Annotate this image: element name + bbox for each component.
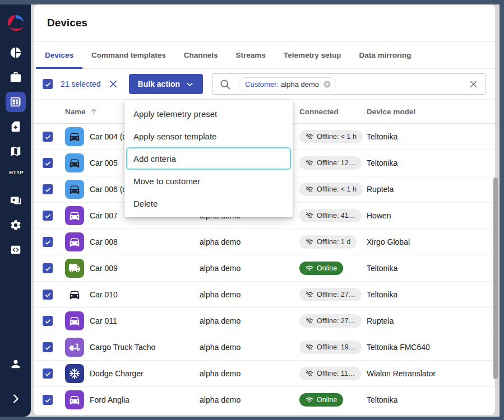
- device-type-icon: [65, 153, 84, 172]
- device-model: Teltonika FMC640: [367, 343, 495, 352]
- column-header-connected[interactable]: Connected: [299, 108, 367, 116]
- connection-status-label: Offline: 11…: [317, 370, 355, 377]
- menu-item-label: Move to customer: [133, 176, 200, 186]
- row-checkbox[interactable]: [43, 132, 53, 142]
- sidebar-item-account[interactable]: [6, 354, 26, 374]
- connection-status-label: Offline: 1 d: [317, 238, 350, 246]
- device-type-icon: [65, 311, 84, 330]
- sidebar-item[interactable]: [6, 67, 26, 87]
- tab-label: Data mirroring: [359, 51, 411, 59]
- sidebar-expand-button[interactable]: [6, 389, 26, 409]
- tab[interactable]: Channels: [175, 42, 227, 68]
- devices-panel: Devices Devices Command templates Channe…: [34, 4, 495, 415]
- sidebar-item[interactable]: [6, 190, 26, 211]
- column-header-model[interactable]: Device model: [367, 108, 495, 116]
- vertical-scrollbar-thumb[interactable]: [493, 178, 498, 379]
- menu-item[interactable]: Apply sensor template: [124, 125, 293, 147]
- row-checkbox[interactable]: [43, 316, 53, 326]
- device-model: Teltonika: [367, 158, 495, 167]
- device-name: Cargo Truck Tacho: [90, 343, 200, 352]
- tab-label: Command templates: [91, 51, 166, 59]
- sidebar-item[interactable]: [6, 116, 26, 137]
- row-checkbox[interactable]: [43, 342, 53, 352]
- device-name: Car 009: [90, 264, 200, 273]
- device-customer: alpha demo: [200, 395, 299, 404]
- tab[interactable]: Streams: [227, 42, 275, 68]
- person-icon: [10, 358, 22, 370]
- table-row[interactable]: Cargo Truck Tacho alpha demo Offline: 19…: [34, 334, 495, 361]
- sidebar-item[interactable]: [6, 215, 26, 235]
- row-checkbox[interactable]: [43, 263, 53, 273]
- tab-label: Telemetry setup: [284, 51, 341, 59]
- tab-label: Streams: [236, 51, 266, 59]
- flespi-logo-icon[interactable]: [5, 12, 26, 34]
- sidebar-item[interactable]: [6, 141, 26, 161]
- row-checkbox[interactable]: [43, 368, 53, 379]
- connection-status-badge: Online: [299, 262, 343, 275]
- menu-item[interactable]: Delete: [124, 192, 293, 214]
- row-checkbox[interactable]: [43, 237, 53, 247]
- device-type-icon: [65, 285, 84, 304]
- sidebar-item-icon: [10, 46, 22, 59]
- device-customer: alpha demo: [200, 264, 299, 273]
- menu-item-label: Add criteria: [133, 154, 176, 164]
- tab[interactable]: Command templates: [82, 42, 175, 68]
- table-row[interactable]: Car 009 alpha demo Online Teltonika: [34, 255, 495, 282]
- sidebar-item[interactable]: HTTP: [6, 166, 26, 186]
- connection-status-badge: Offline: 11…: [299, 367, 361, 380]
- row-checkbox[interactable]: [43, 184, 53, 194]
- device-model: Wialon Retranslator: [367, 369, 495, 378]
- connection-status-label: Online: [317, 396, 337, 404]
- row-checkbox[interactable]: [43, 211, 53, 221]
- select-all-checkbox[interactable]: [43, 79, 53, 89]
- table-row[interactable]: Dodge Charger alpha demo Offline: 11… Wi…: [34, 361, 495, 387]
- menu-item[interactable]: Apply telemetry preset: [124, 102, 293, 125]
- connection-status-badge: Offline: < 1 h: [299, 130, 363, 143]
- filter-chip[interactable]: Customer: alpha demo: [238, 77, 336, 91]
- tab[interactable]: Data mirroring: [350, 42, 420, 68]
- remove-filter-icon[interactable]: [323, 80, 331, 88]
- device-type-icon: [65, 127, 84, 146]
- wifi-status-icon: [306, 264, 313, 272]
- row-checkbox[interactable]: [43, 395, 53, 405]
- chevron-right-icon: [10, 393, 22, 405]
- device-model: Xirgo Global: [367, 237, 495, 246]
- bulk-action-button[interactable]: Bulk action: [129, 74, 203, 94]
- wifi-status-icon: [306, 212, 313, 220]
- table-row[interactable]: Car 010 alpha demo Offline: 27… Teltonik…: [34, 282, 495, 308]
- menu-item-label: Apply sensor template: [133, 132, 216, 141]
- wifi-status-icon: [306, 370, 313, 377]
- tab[interactable]: Telemetry setup: [275, 42, 350, 68]
- connection-status-badge: Offline: 19…: [299, 340, 362, 354]
- menu-item[interactable]: Add criteria: [126, 147, 291, 170]
- sidebar-item-icon: [10, 96, 22, 108]
- page-title: Devices: [47, 17, 87, 29]
- device-type-icon: [65, 180, 84, 199]
- device-name: Car 011: [90, 316, 200, 325]
- row-checkbox[interactable]: [43, 158, 53, 168]
- device-name: Ford Anglia: [90, 395, 200, 404]
- connection-status-label: Offline: 19…: [317, 343, 355, 351]
- table-row[interactable]: Ford Anglia alpha demo Online Teltonika: [34, 387, 495, 413]
- menu-item[interactable]: Move to customer: [124, 170, 293, 192]
- connection-status-label: Online: [317, 264, 337, 272]
- clear-search-button[interactable]: [468, 78, 479, 90]
- device-type-icon: [65, 390, 84, 409]
- bulk-action-menu: Apply telemetry preset Apply sensor temp…: [124, 100, 293, 217]
- row-checkbox[interactable]: [43, 290, 53, 300]
- filter-chip-key: Customer:: [245, 80, 279, 88]
- menu-item-label: Apply telemetry preset: [133, 109, 217, 119]
- sidebar-item[interactable]: [6, 43, 26, 63]
- sidebar-item-icon: [10, 244, 22, 256]
- clear-selection-button[interactable]: [108, 78, 119, 90]
- search-input[interactable]: Customer: alpha demo: [212, 73, 486, 95]
- selected-count: 21 selected: [61, 80, 101, 88]
- table-row[interactable]: Car 011 alpha demo Offline: 27… Ruptela: [34, 308, 495, 334]
- selection-toolbar: 21 selected Bulk action Customer: alpha …: [34, 69, 495, 100]
- sidebar-item[interactable]: [6, 92, 26, 112]
- wifi-status-icon: [306, 343, 313, 351]
- device-customer: alpha demo: [200, 369, 299, 378]
- tab[interactable]: Devices: [36, 42, 82, 68]
- sidebar-item[interactable]: [6, 240, 26, 260]
- table-row[interactable]: Car 008 alpha demo Offline: 1 d Xirgo Gl…: [34, 229, 495, 255]
